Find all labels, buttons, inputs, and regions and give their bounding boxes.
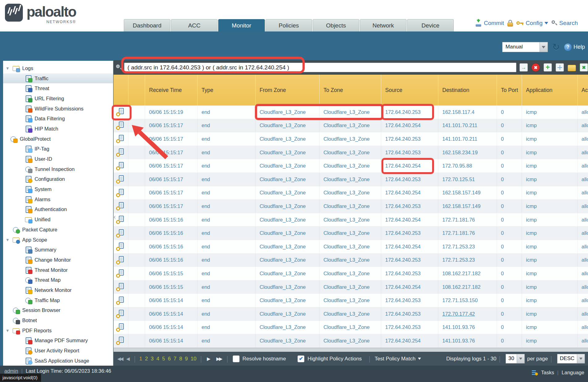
column-header[interactable]: To Zone (319, 75, 381, 106)
cell-destination[interactable]: 172.70.95.88 (438, 159, 497, 172)
tasks-link[interactable]: Tasks (541, 370, 554, 376)
sidebar-item[interactable]: ▼ Logs (3, 63, 113, 73)
export-csv-icon[interactable]: ✖ (580, 63, 588, 72)
cell-destination[interactable]: 141.101.93.76 (438, 334, 497, 347)
log-detail-icon[interactable] (116, 283, 125, 291)
cell-destination[interactable]: 141.101.70.211 (438, 132, 497, 146)
last-page-icon[interactable]: ▶▶ (215, 356, 223, 362)
config-menu-button[interactable]: Config (516, 20, 548, 27)
cell-destination[interactable]: 141.101.70.211 (438, 119, 497, 132)
log-detail-icon[interactable] (116, 297, 125, 305)
sidebar-item[interactable]: ▼ Change Monitor (3, 255, 113, 265)
cell-destination[interactable]: 141.101.93.76 (438, 321, 497, 334)
log-detail-icon[interactable] (116, 337, 125, 345)
refresh-interval-select[interactable]: Manual (502, 42, 548, 52)
cell-destination[interactable]: 162.158.157.149 (438, 200, 497, 213)
column-header[interactable]: Type (198, 75, 256, 106)
sidebar-item[interactable]: ▼ Threat (3, 83, 113, 93)
help-button[interactable]: ? Help (564, 44, 585, 51)
page-number[interactable]: 1 (139, 356, 142, 362)
cell-destination[interactable]: 172.70.177.42 (438, 307, 497, 321)
page-number[interactable]: 4 (156, 356, 159, 362)
next-page-icon[interactable]: ▶ (206, 356, 211, 362)
log-detail-icon[interactable] (116, 216, 125, 224)
column-header[interactable]: Application (522, 75, 578, 106)
log-detail-icon[interactable] (116, 229, 125, 237)
sidebar-item[interactable]: ▼ URL Filtering (3, 93, 113, 104)
log-detail-icon[interactable] (116, 175, 125, 183)
log-detail-icon[interactable] (116, 243, 125, 251)
sidebar-item[interactable]: ▼ Authentication (3, 205, 113, 215)
column-header[interactable]: Destination (438, 75, 497, 106)
refresh-interval-dropdown-button[interactable] (540, 42, 548, 52)
nav-tab[interactable]: ACC (171, 19, 218, 31)
column-header[interactable] (114, 75, 128, 106)
per-page-select[interactable]: 30 (506, 354, 525, 363)
sidebar-item[interactable]: ▼ Unified (3, 214, 113, 225)
test-policy-match-button[interactable]: Test Policy Match (375, 356, 421, 362)
page-number[interactable]: 9 (185, 356, 188, 362)
log-detail-icon[interactable] (116, 310, 125, 318)
sidebar-item[interactable]: ▼ IP-Tag (3, 144, 113, 154)
sidebar-item[interactable]: ▼ User-ID (3, 154, 113, 164)
log-detail-icon[interactable] (116, 269, 125, 277)
sidebar-item[interactable]: ▼ Traffic (3, 73, 113, 84)
log-detail-icon[interactable] (116, 135, 125, 143)
sidebar-item[interactable]: ▼ Tunnel Inspection (3, 164, 113, 174)
panel-collapse-handle[interactable]: ‹ (114, 213, 117, 221)
sidebar-item[interactable]: ▼ User Activity Report (3, 346, 113, 356)
cell-destination[interactable]: 172.71.181.76 (438, 213, 497, 226)
apply-filter-icon[interactable]: → (519, 63, 528, 72)
page-number[interactable]: 7 (173, 356, 176, 362)
nav-tab[interactable]: Dashboard (124, 19, 170, 31)
cell-destination[interactable]: 162.158.157.149 (438, 186, 497, 200)
cell-destination[interactable]: 172.71.153.150 (438, 294, 497, 307)
first-page-icon[interactable]: ◀◀ (116, 356, 124, 362)
sidebar-item[interactable]: ▼ Manage PDF Summary (3, 336, 113, 346)
sidebar-item[interactable]: ▼ Session Browser (3, 305, 113, 316)
column-header[interactable]: From Zone (256, 75, 319, 106)
cell-destination[interactable]: 162.158.234.19 (438, 146, 497, 159)
page-number[interactable]: 8 (179, 356, 182, 362)
column-header[interactable]: Source (381, 75, 438, 106)
sidebar-item[interactable]: ▼ Botnet (3, 315, 113, 326)
highlight-policy-checkbox[interactable]: ✔ (298, 355, 304, 362)
sidebar-item[interactable]: ▼ SaaS Application Usage (3, 356, 113, 366)
logged-in-user-link[interactable]: admin (4, 368, 18, 374)
page-number[interactable]: 6 (168, 356, 171, 362)
sort-order-select[interactable]: DESC (557, 354, 585, 363)
cell-destination[interactable]: 162.158.117.4 (438, 106, 497, 119)
column-header[interactable]: To Port (497, 75, 522, 106)
sidebar-item[interactable]: ▼ Alarms (3, 194, 113, 205)
log-detail-icon[interactable] (116, 148, 125, 156)
sidebar-item[interactable]: ▼ PDF Reports (3, 326, 113, 336)
expand-caret-icon[interactable]: ▼ (6, 238, 12, 242)
nav-tab[interactable]: Network (360, 19, 407, 31)
refresh-icon[interactable]: ↻ (552, 43, 560, 52)
sidebar-item[interactable]: ▼ Packet Capture (3, 225, 113, 235)
cell-destination[interactable]: 172.70.125.51 (438, 173, 497, 186)
page-number[interactable]: 2 (145, 356, 148, 362)
cell-destination[interactable]: 172.71.181.76 (438, 226, 497, 240)
log-detail-icon[interactable] (116, 256, 125, 264)
sidebar-item[interactable]: ▼ Network Monitor (3, 285, 113, 295)
save-filter-icon[interactable] (556, 63, 564, 72)
lock-icon[interactable] (507, 20, 513, 27)
sidebar-item[interactable]: ▼ GlobalProtect (3, 134, 113, 144)
search-button[interactable]: Search (551, 20, 578, 27)
cell-destination[interactable]: 108.162.217.182 (438, 280, 497, 294)
log-detail-icon[interactable] (116, 323, 125, 331)
expand-caret-icon[interactable]: ▼ (6, 328, 12, 333)
sidebar-item[interactable]: ▼ WildFire Submissions (3, 104, 113, 114)
nav-tab[interactable]: Monitor (218, 19, 265, 31)
sidebar-item[interactable]: ▼ Threat Map (3, 275, 113, 285)
cell-destination[interactable]: 172.71.253.23 (438, 240, 497, 253)
log-detail-icon[interactable] (116, 122, 125, 130)
page-number[interactable]: 3 (151, 356, 153, 362)
nav-tab[interactable]: Objects (313, 19, 359, 31)
page-number[interactable]: 10 (191, 356, 197, 362)
sidebar-item[interactable]: ▼ Summary (3, 245, 113, 255)
cell-destination[interactable]: 172.71.253.23 (438, 254, 497, 267)
filter-input[interactable] (124, 63, 516, 72)
column-header[interactable]: Action (578, 75, 588, 106)
